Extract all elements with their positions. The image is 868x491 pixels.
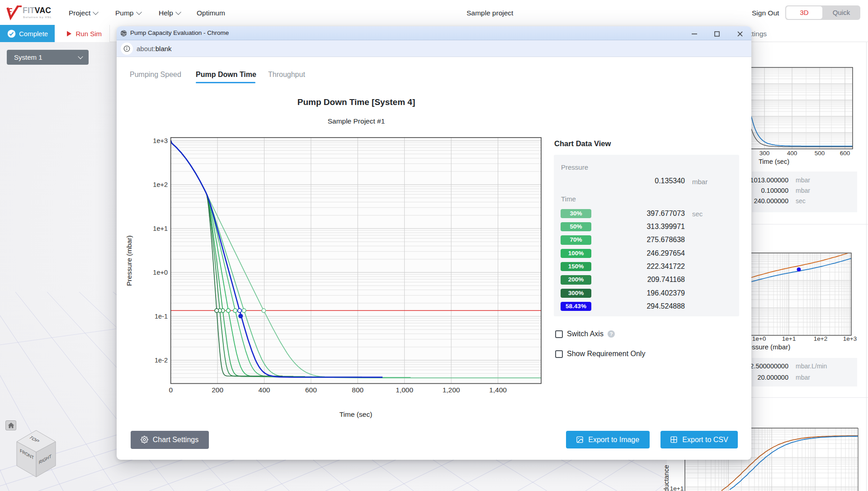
- svg-text:1e+1: 1e+1: [670, 485, 684, 491]
- svg-text:Time (sec): Time (sec): [759, 158, 789, 165]
- svg-text:1e+2: 1e+2: [153, 181, 168, 188]
- svg-text:1e+3: 1e+3: [843, 335, 857, 342]
- svg-text:1,200: 1,200: [443, 386, 460, 394]
- svg-text:Conductance: Conductance: [663, 465, 670, 491]
- svg-text:Time (sec): Time (sec): [340, 410, 373, 418]
- svg-text:300: 300: [760, 150, 770, 157]
- svg-text:1e+1: 1e+1: [153, 225, 168, 232]
- svg-text:400: 400: [259, 386, 270, 394]
- svg-text:200: 200: [212, 386, 223, 394]
- svg-text:800: 800: [352, 386, 363, 394]
- svg-text:1,400: 1,400: [489, 386, 507, 394]
- svg-text:400: 400: [787, 150, 797, 157]
- svg-text:1e-2: 1e-2: [155, 357, 168, 364]
- svg-text:1e+0: 1e+0: [752, 335, 766, 342]
- svg-text:500: 500: [815, 150, 825, 157]
- svg-text:1e+0: 1e+0: [153, 269, 168, 276]
- svg-text:1e+3: 1e+3: [153, 137, 168, 144]
- svg-text:0: 0: [169, 386, 173, 394]
- svg-text:Pressure (mbar): Pressure (mbar): [125, 235, 133, 286]
- svg-text:600: 600: [305, 386, 317, 394]
- svg-text:600: 600: [840, 150, 850, 157]
- svg-text:1e+1: 1e+1: [782, 335, 796, 342]
- svg-text:1,000: 1,000: [396, 386, 413, 394]
- svg-text:1e+2: 1e+2: [814, 335, 827, 342]
- svg-text:1e-1: 1e-1: [155, 313, 168, 320]
